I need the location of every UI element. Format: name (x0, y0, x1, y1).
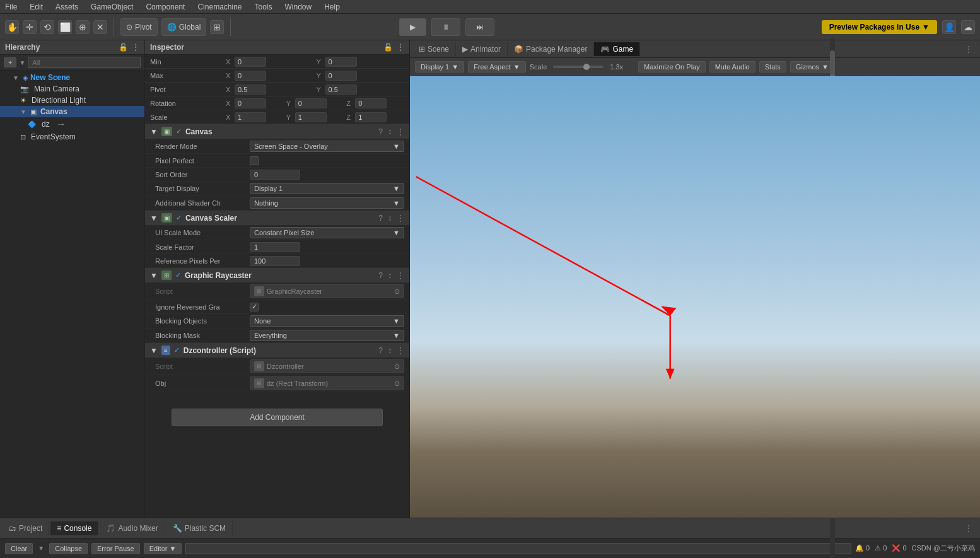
scale-x-input[interactable] (235, 112, 266, 122)
global-button[interactable]: 🌐 Global (161, 18, 207, 36)
canvas-scaler-settings-icon[interactable]: ↕ (388, 214, 392, 223)
min-x-input[interactable] (235, 57, 266, 67)
blocking-mask-dropdown[interactable]: Everything ▼ (250, 330, 404, 341)
inspector-menu-icon[interactable]: ⋮ (397, 43, 404, 52)
dzcontroller-menu-icon[interactable]: ⋮ (397, 346, 404, 355)
additional-shader-dropdown[interactable]: Nothing ▼ (250, 197, 404, 209)
max-y-input[interactable] (325, 71, 357, 81)
dzcontroller-help-icon[interactable]: ? (378, 346, 383, 355)
script-target-icon[interactable]: ⊙ (394, 363, 400, 371)
menu-assets[interactable]: Assets (53, 1, 81, 13)
console-search-input[interactable] (185, 543, 851, 554)
collapse-button[interactable]: Collapse (49, 543, 88, 554)
blocking-objects-dropdown[interactable]: None ▼ (250, 315, 404, 327)
obj-ref[interactable]: ⊞ dz (Rect Transform) ⊙ (250, 376, 404, 390)
tool-hand[interactable]: ✋ (5, 20, 19, 34)
scale-y-input[interactable] (295, 112, 327, 122)
tool-move[interactable]: ✛ (23, 20, 37, 34)
scale-z-input[interactable] (355, 112, 387, 122)
hierarchy-item-canvas[interactable]: ▼ ▣ Canvas (0, 106, 144, 117)
tab-scene[interactable]: ⊞ Scene (412, 42, 456, 56)
rotation-x-input[interactable] (235, 98, 266, 108)
ref-pixels-input[interactable] (250, 256, 300, 266)
dzcontroller-header[interactable]: ▼ ≡ ✓ Dzcontroller (Script) ? ↕ ⋮ (145, 343, 409, 358)
dzcontroller-script-ref[interactable]: ⊞ Dzcontroller ⊙ (250, 359, 404, 373)
mute-audio-button[interactable]: Mute Audio (709, 61, 755, 73)
canvas-check[interactable]: ✓ (176, 127, 182, 136)
menu-edit[interactable]: Edit (27, 1, 45, 13)
menu-window[interactable]: Window (283, 1, 315, 13)
pivot-x-input[interactable] (235, 84, 266, 95)
tab-plastic-scm[interactable]: 🔧 Plastic SCM (166, 521, 233, 535)
canvas-help-icon[interactable]: ? (378, 127, 383, 136)
render-mode-dropdown[interactable]: Screen Space - Overlay ▼ (250, 141, 404, 152)
scale-slider[interactable] (553, 66, 604, 68)
graphic-raycaster-menu-icon[interactable]: ⋮ (397, 271, 404, 280)
canvas-scaler-help-icon[interactable]: ? (378, 214, 383, 223)
script-target-icon[interactable]: ⊙ (394, 288, 400, 296)
rotation-y-input[interactable] (295, 98, 327, 108)
tab-game[interactable]: 🎮 Game (594, 42, 640, 56)
sort-order-input[interactable] (250, 170, 300, 180)
menu-file[interactable]: File (3, 1, 20, 13)
tab-package-manager[interactable]: 📦 Package Manager (508, 42, 594, 56)
tool-scale[interactable]: ⬜ (58, 20, 72, 34)
inspector-lock-icon[interactable]: 🔓 (383, 43, 393, 52)
hierarchy-lock-icon[interactable]: 🔓 (119, 43, 128, 52)
canvas-scaler-menu-icon[interactable]: ⋮ (397, 214, 404, 223)
graphic-raycaster-check[interactable]: ✓ (175, 271, 181, 279)
graphic-raycaster-settings-icon[interactable]: ↕ (388, 271, 392, 280)
hierarchy-item-dz[interactable]: 🔷 dz → (0, 117, 144, 131)
pixel-perfect-checkbox[interactable] (250, 156, 259, 165)
stats-button[interactable]: Stats (759, 61, 786, 73)
hierarchy-item-new-scene[interactable]: ▼ ◈ New Scene (0, 72, 144, 83)
ignore-reversed-checkbox[interactable] (250, 303, 259, 311)
pivot-button[interactable]: ⊙ Pivot (120, 18, 158, 36)
maximize-on-play-button[interactable]: Maximize On Play (638, 61, 706, 73)
account-icon[interactable]: 👤 (942, 20, 956, 34)
graphic-raycaster-help-icon[interactable]: ? (378, 271, 383, 280)
tab-project[interactable]: 🗂 Project (3, 521, 49, 535)
menu-gameobject[interactable]: GameObject (88, 1, 136, 13)
step-button[interactable]: ⏭ (465, 18, 494, 36)
clear-dropdown-icon[interactable]: ▼ (38, 545, 44, 552)
error-pause-button[interactable]: Error Pause (91, 543, 140, 554)
obj-target-icon[interactable]: ⊙ (394, 380, 400, 388)
bottom-tabs-menu-icon[interactable]: ⋮ (960, 524, 977, 533)
hierarchy-menu-icon[interactable]: ⋮ (132, 43, 139, 52)
dzcontroller-check[interactable]: ✓ (174, 346, 180, 354)
menu-component[interactable]: Component (143, 1, 187, 13)
display-dropdown[interactable]: Display 1 ▼ (415, 61, 464, 73)
gizmos-button[interactable]: Gizmos ▼ (790, 61, 834, 73)
tool-rotate[interactable]: ⟲ (40, 20, 54, 34)
grid-button[interactable]: ⊞ (210, 20, 224, 34)
tab-audio-mixer[interactable]: 🎵 Audio Mixer (100, 521, 165, 535)
cloud-icon[interactable]: ☁ (961, 20, 975, 34)
target-display-dropdown[interactable]: Display 1 ▼ (250, 183, 404, 194)
graphic-raycaster-header[interactable]: ▼ ⊞ ✓ Graphic Raycaster ? ↕ ⋮ (145, 268, 409, 283)
clear-button[interactable]: Clear (5, 543, 33, 554)
canvas-component-header[interactable]: ▼ ▣ ✓ Canvas ? ↕ ⋮ (145, 124, 409, 139)
add-component-button[interactable]: Add Component (172, 409, 383, 426)
hierarchy-search-input[interactable] (28, 57, 141, 68)
script-ref[interactable]: ⊞ GraphicRaycaster ⊙ (250, 284, 404, 298)
hierarchy-item-main-camera[interactable]: 📷 Main Camera (0, 83, 144, 95)
canvas-scaler-header[interactable]: ▼ ▣ ✓ Canvas Scaler ? ↕ ⋮ (145, 211, 409, 226)
canvas-menu-icon[interactable]: ⋮ (397, 127, 404, 136)
dzcontroller-settings-icon[interactable]: ↕ (388, 346, 392, 355)
editor-dropdown[interactable]: Editor ▼ (144, 543, 182, 554)
tab-animator[interactable]: ▶ Animator (456, 42, 508, 56)
view-tabs-menu-icon[interactable]: ⋮ (960, 45, 977, 54)
canvas-settings-icon[interactable]: ↕ (388, 127, 392, 136)
min-y-input[interactable] (325, 57, 357, 67)
tool-transform[interactable]: ✕ (93, 20, 107, 34)
menu-tools[interactable]: Tools (252, 1, 275, 13)
max-x-input[interactable] (235, 71, 266, 81)
menu-help[interactable]: Help (322, 1, 342, 13)
inspector-scroll[interactable]: Min X Y Max X (145, 55, 409, 518)
tool-rect[interactable]: ⊕ (76, 20, 90, 34)
tab-console[interactable]: ≡ Console (50, 521, 98, 535)
aspect-dropdown[interactable]: Free Aspect ▼ (468, 61, 526, 73)
play-button[interactable]: ▶ (399, 18, 426, 36)
preview-packages-button[interactable]: Preview Packages in Use ▼ (822, 20, 937, 34)
